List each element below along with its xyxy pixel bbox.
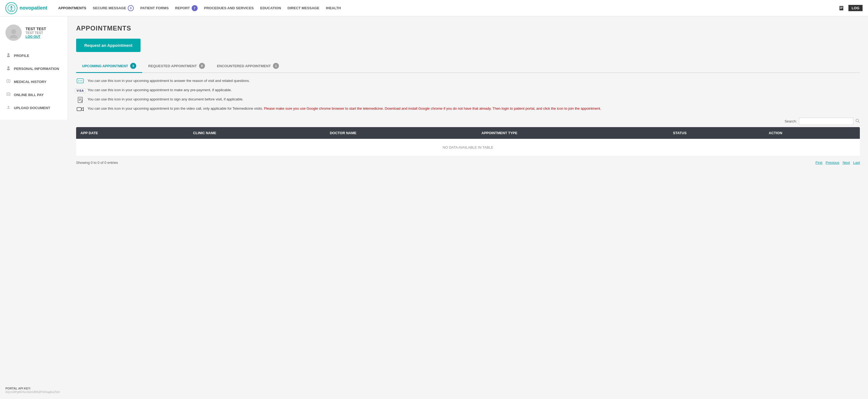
search-input[interactable] [799,118,853,125]
svg-rect-7 [840,7,843,7]
top-nav: novopatient APPOINTMENTS SECURE MESSAGE … [0,0,868,16]
sidebar: TEST TEST TEST TEST LOG OUT PROFILE PERS [0,16,68,120]
portal-api-key-label: PORTAL API KEY: [5,387,63,390]
nav-report[interactable]: REPORT 7 [175,5,197,11]
report-badge: 7 [192,5,198,11]
main-content: APPOINTMENTS Request an Appointment UPCO… [68,16,868,399]
col-doctor-name: DOCTOR NAME [326,127,477,139]
video-camera-icon [77,107,84,112]
svg-rect-27 [78,97,82,103]
search-icon [856,119,860,124]
svg-point-32 [856,119,859,122]
table-footer: Showing 0 to 0 of 0 entries First Previo… [76,161,860,165]
nav-patient-forms[interactable]: PATIENT FORMS [140,6,168,10]
svg-rect-6 [839,6,843,10]
visa-info-text: You can use this icon in your upcoming a… [88,88,232,92]
visa-icon: VISA [76,88,84,94]
user-name: TEST TEST [26,27,46,31]
video-info-red-text: Please make sure you use Google chrome b… [264,107,601,111]
nav-secure-message[interactable]: SECURE MESSAGE 0 [93,5,134,11]
search-bar: Search: [76,118,860,125]
nav-appointments[interactable]: APPOINTMENTS [58,6,86,10]
sidebar-item-personal-information[interactable]: PERSONAL INFORMATION [0,62,68,75]
sidebar-menu: PROFILE PERSONAL INFORMATION MEDICAL HIS… [0,49,68,114]
nav-education[interactable]: EDUCATION [260,6,281,10]
tab-requested[interactable]: REQUESTED APPOINTMENT 0 [142,60,211,73]
svg-rect-31 [77,108,81,111]
page-title: APPOINTMENTS [76,25,860,32]
sidebar-item-profile[interactable]: PROFILE [0,49,68,62]
svg-point-1 [11,6,12,7]
nav-direct-message[interactable]: DIRECT MESSAGE [288,6,319,10]
nav-ihealth[interactable]: IHEALTH [326,6,341,10]
portal-api-value: 6Qcm3tPgWDSzn6dz1lIR8JjPO04ag6vqTstU [5,391,63,394]
request-appointment-button[interactable]: Request an Appointment [76,39,141,52]
layout: TEST TEST TEST TEST LOG OUT PROFILE PERS [0,16,868,399]
info-icon [6,66,10,71]
svg-line-5 [11,9,13,11]
doc-info-text: You can use this icon in your upcoming a… [88,97,243,102]
appointments-table: APP DATE CLINIC NAME DOCTOR NAME APPOINT… [76,127,860,156]
search-label: Search: [784,119,797,123]
info-row-visa: VISA You can use this icon in your upcom… [76,88,860,94]
svg-point-26 [82,81,82,81]
info-section: You can use this icon in your upcoming a… [76,78,860,112]
encountered-badge: 1 [273,63,279,69]
svg-point-15 [7,68,10,70]
upload-icon [6,105,10,111]
col-app-date: APP DATE [76,127,189,139]
video-info-text: You can use this icon in your upcoming a… [88,106,601,111]
tab-upcoming[interactable]: UPCOMING APPOINTMENT 0 [76,60,142,73]
pagination-first[interactable]: First [815,161,822,165]
svg-point-14 [8,66,9,68]
logo-area: novopatient [5,2,47,14]
sidebar-item-online-bill-pay[interactable]: ONLINE BILL PAY [0,88,68,101]
info-row-doc: You can use this icon in your upcoming a… [76,97,860,103]
avatar [5,25,22,41]
svg-line-4 [10,9,11,11]
svg-point-13 [7,56,10,57]
sidebar-item-medical-history[interactable]: MEDICAL HISTORY [0,75,68,88]
bill-icon [6,92,10,97]
pagination-last[interactable]: Last [853,161,860,165]
secure-message-badge: 0 [128,5,134,11]
table-section: APP DATE CLINIC NAME DOCTOR NAME APPOINT… [76,127,860,156]
tab-encountered[interactable]: ENCOUNTERED APPOINTMENT 1 [211,60,285,73]
file-icon [839,5,844,11]
pagination: First Previous Next Last [815,161,860,165]
no-data-row: NO DATA AVAILABLE IN TABLE [76,139,860,156]
chat-info-text: You can use this icon in your upcoming a… [88,78,250,83]
no-data-text: NO DATA AVAILABLE IN TABLE [76,139,860,156]
svg-point-12 [8,53,9,55]
document-icon [77,97,83,103]
svg-point-10 [11,29,16,34]
svg-rect-8 [840,8,843,8]
user-details: TEST TEST TEST TEST LOG OUT [26,27,46,39]
log-button[interactable]: LOG [848,5,863,11]
nav-procedures-services[interactable]: PROCEDUES AND SERVICES [204,6,254,10]
col-action: ACTION [765,127,860,139]
portal-api-section: PORTAL API KEY: 6Qcm3tPgWDSzn6dz1lIR8JjP… [0,381,68,399]
col-appointment-type: APPOINTMENT TYPE [477,127,669,139]
pagination-previous[interactable]: Previous [826,161,839,165]
svg-point-25 [80,81,81,81]
sidebar-item-upload-document[interactable]: UPLOAD DOCUMENT [0,101,68,114]
medical-icon [6,79,10,84]
svg-line-33 [859,122,860,123]
video-icon-wrapper [76,106,84,112]
nav-right: LOG [839,5,863,11]
svg-rect-9 [840,8,842,9]
logout-link[interactable]: LOG OUT [26,35,46,39]
chat-bubble-icon [77,78,84,84]
showing-text: Showing 0 to 0 of 0 entries [76,161,118,165]
avatar-icon [8,27,19,38]
logo-icon [5,2,18,14]
vitruvian-icon [7,4,16,12]
doc-icon [76,97,84,103]
svg-point-11 [10,35,18,38]
user-sub: TEST TEST [26,31,46,35]
person-icon [6,53,10,58]
col-clinic-name: CLINIC NAME [189,127,326,139]
pagination-next[interactable]: Next [843,161,850,165]
upcoming-badge: 0 [130,63,136,69]
